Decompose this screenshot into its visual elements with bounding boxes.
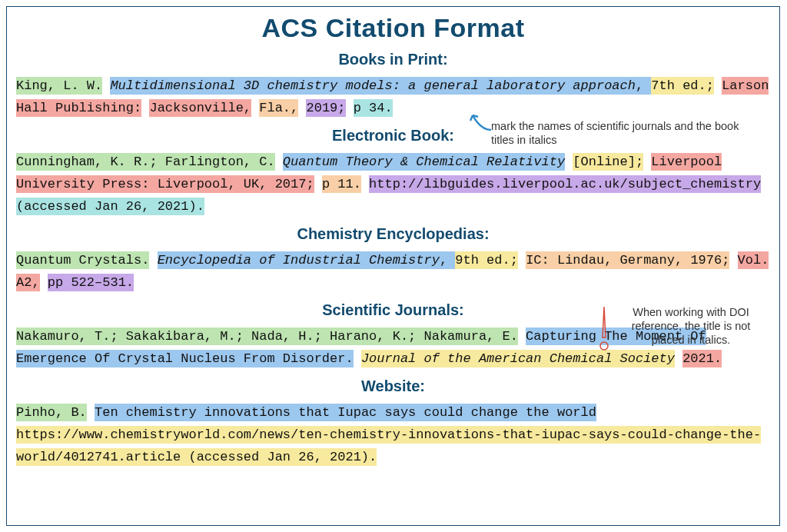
citation-electronic-book: Cunningham, K. R.; Farlington, C. Quantu… [16, 151, 770, 218]
entry: Quantum Crystals. [16, 251, 149, 269]
page-title: Ten chemistry innovations that Iupac say… [95, 404, 596, 421]
sep: , [636, 77, 651, 95]
annotation-italics: mark the names of scientific journals an… [491, 119, 752, 147]
edition: 7th ed.; [651, 77, 714, 95]
page-title: ACS Citation Format [16, 13, 770, 43]
page: p 34. [354, 99, 393, 117]
edition: 9th ed.; [455, 251, 518, 269]
citation-encyclopedias: Quantum Crystals. Encyclopedia of Indust… [16, 249, 770, 294]
author: Pinho, B. [16, 404, 87, 421]
year: 2021. [682, 350, 722, 367]
pages: pp 522–531. [48, 274, 134, 291]
document-content: ACS Citation Format Books in Print: King… [7, 7, 779, 477]
heading-books-print: Books in Print: [16, 51, 770, 68]
authors: Nakamuro, T.; Sakakibara, M.; Nada, H.; … [16, 328, 518, 345]
svg-point-0 [600, 342, 608, 350]
curved-arrow-icon [470, 113, 493, 133]
url-accessed: https://www.chemistryworld.com/news/ten-… [16, 426, 761, 466]
author: King, L. W. [16, 77, 102, 95]
heading-encyclopedias: Chemistry Encyclopedias: [16, 225, 770, 243]
page: p 11. [322, 175, 361, 193]
book-title: Quantum Theory & Chemical Relativity [283, 153, 565, 171]
accessed: (accessed Jan 26, 2021). [16, 198, 204, 215]
exclamation-icon [597, 304, 611, 353]
encyclopedia-title: Encyclopedia of Industrial Chemistry [158, 251, 440, 269]
annotation-doi: When working with DOI reference, the tit… [614, 305, 768, 347]
authors: Cunningham, K. R.; Farlington, C. [16, 153, 275, 171]
document-frame: ACS Citation Format Books in Print: King… [6, 6, 780, 526]
journal-name: Journal of the American Chemical Society [361, 350, 675, 367]
sep: , [440, 251, 455, 269]
publisher: IC: Lindau, Germany, 1976; [526, 251, 729, 269]
state: Fla., [259, 99, 298, 117]
year: 2019; [306, 99, 345, 117]
online-tag: [Online]; [573, 153, 643, 171]
citation-books-print: King, L. W. Multidimensional 3D chemistr… [16, 75, 770, 119]
city: Jacksonville, [149, 99, 251, 117]
url: http://libguides.liverpool.ac.uk/subject… [369, 175, 761, 193]
book-title: Multidimensional 3D chemistry models: a … [110, 77, 636, 95]
heading-website: Website: [16, 377, 770, 395]
citation-website: Pinho, B. Ten chemistry innovations that… [16, 401, 770, 468]
